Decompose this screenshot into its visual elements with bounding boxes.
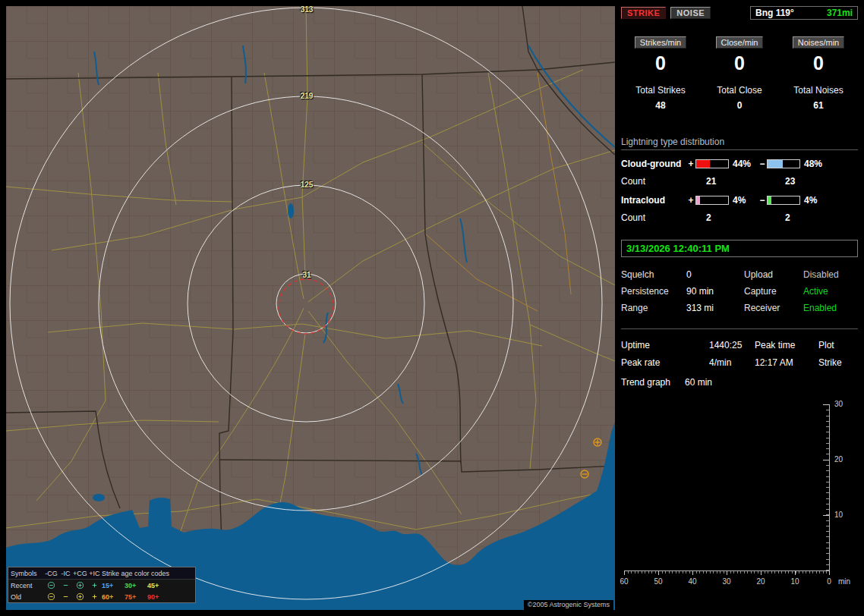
app-window: 313 219 125 31 Symbols -CG -IC +CG +IC S… [0, 0, 864, 616]
x-tick-label: 30 [722, 577, 730, 586]
count-label: Count [621, 212, 697, 223]
age-code-90: 90+ [147, 593, 170, 601]
bearing-label: Bng 119° [755, 8, 794, 18]
total-noises-label: Total Noises [779, 85, 858, 96]
plus-icon [87, 592, 102, 601]
y-axis [829, 404, 830, 570]
minus-icon [58, 581, 73, 589]
x-axis-unit: min [838, 577, 850, 586]
age-code-45: 45+ [147, 582, 170, 589]
close-per-min-button[interactable]: Close/min [716, 36, 764, 49]
bearing-display: Bng 119° 371mi [750, 6, 858, 20]
strike-button[interactable]: STRIKE [621, 7, 666, 19]
datetime-display: 3/13/2026 12:40:11 PM [621, 240, 858, 257]
upload-status: Disabled [803, 269, 858, 280]
x-tick-label: 60 [620, 577, 628, 586]
ic-negative-pct: 4% [804, 195, 829, 206]
total-close-label: Total Close [700, 85, 779, 96]
peak-time-label: Peak time [755, 340, 818, 350]
total-close: Total Close 0 [700, 85, 779, 111]
intracloud-row: Intracloud + 4% − 4% [621, 195, 858, 206]
map-panel[interactable]: 313 219 125 31 Symbols -CG -IC +CG +IC S… [6, 6, 615, 610]
x-tick-label: 50 [654, 577, 662, 586]
persistence-value: 90 min [686, 286, 744, 297]
total-close-value: 0 [700, 100, 779, 111]
x-tick-label: 10 [790, 577, 799, 586]
legend-row-label: Recent [11, 582, 44, 589]
ic-negative-bar [767, 196, 800, 205]
noise-button[interactable]: NOISE [670, 7, 711, 19]
circle-minus-icon [44, 581, 58, 589]
trend-graph-label: Trend graph [621, 377, 685, 388]
uptime-label: Uptime [621, 340, 709, 350]
uptime-value: 1440:25 [709, 340, 755, 350]
circle-plus-icon [73, 581, 87, 589]
range-label-313: 313 [301, 6, 314, 14]
legend-row-label: Old [11, 593, 44, 601]
legend-col-pos-ic: +IC [87, 570, 102, 577]
plus-sign: + [686, 159, 695, 169]
trend-graph-duration: 60 min [685, 377, 712, 388]
legend-old-row: Old 60+ 75+ 90+ [8, 591, 195, 602]
range-label-125: 125 [301, 181, 314, 189]
ic-positive-pct: 4% [733, 195, 758, 206]
minus-sign: − [758, 159, 767, 169]
ic-negative-count: 2 [776, 212, 858, 223]
distribution-title: Lightning type distribution [621, 137, 858, 150]
capture-label: Capture [744, 286, 803, 297]
total-noises-value: 61 [779, 100, 858, 111]
copyright-notice: ©2005 Astrogenic Systems [524, 600, 613, 610]
rate-noises: Noises/min 0 [779, 36, 858, 74]
strikes-per-min-value: 0 [621, 52, 700, 74]
total-noises: Total Noises 61 [779, 85, 858, 111]
minus-icon [58, 592, 73, 601]
y-tick-label: 30 [834, 401, 843, 408]
status-panel: STRIKE NOISE Bng 119° 371mi Strikes/min … [621, 6, 858, 610]
total-strikes: Total Strikes 48 [621, 85, 700, 111]
x-tick-label: 40 [688, 577, 696, 586]
range-label-219: 219 [301, 92, 314, 100]
bearing-distance: 371mi [827, 8, 853, 18]
persistence-label: Persistence [621, 286, 686, 297]
rate-strikes: Strikes/min 0 [621, 36, 700, 74]
cg-negative-pct: 48% [804, 159, 829, 169]
receiver-label: Receiver [744, 303, 803, 313]
peak-rate-label: Peak rate [621, 357, 709, 368]
legend-symbols-header: Symbols [11, 570, 44, 577]
y-tick-label: 10 [834, 511, 843, 519]
session-info-grid: Uptime 1440:25 Peak time Plot Peak rate … [621, 340, 858, 368]
totals-row: Total Strikes 48 Total Close 0 Total Noi… [621, 85, 858, 111]
age-code-60: 60+ [102, 593, 125, 601]
range-label: Range [621, 303, 686, 313]
upload-label: Upload [744, 269, 803, 280]
squelch-value: 0 [686, 269, 744, 280]
cloud-ground-row: Cloud-ground + 44% − 48% [621, 159, 858, 169]
trend-graph: 30 20 10 60 50 40 30 20 10 0 min [621, 400, 858, 591]
range-label-31: 31 [302, 271, 311, 279]
count-label: Count [621, 176, 697, 187]
squelch-label: Squelch [621, 269, 686, 280]
legend-col-neg-cg: -CG [44, 570, 58, 577]
legend-col-pos-cg: +CG [73, 570, 87, 577]
y-tick-label: 20 [834, 456, 843, 464]
legend-recent-row: Recent 15+ 30+ 45+ [8, 580, 195, 591]
capture-status: Active [803, 286, 858, 297]
total-strikes-label: Total Strikes [621, 85, 700, 96]
cloud-ground-count-row: Count 21 23 [621, 176, 858, 187]
plus-icon [87, 581, 102, 589]
map-legend: Symbols -CG -IC +CG +IC Strike age color… [8, 567, 196, 603]
total-strikes-value: 48 [621, 100, 700, 111]
strikes-per-min-button[interactable]: Strikes/min [635, 36, 686, 49]
age-code-75: 75+ [125, 593, 147, 601]
close-per-min-value: 0 [700, 52, 779, 74]
receiver-status: Enabled [803, 303, 858, 313]
cg-positive-bar [695, 159, 729, 168]
x-tick-label: 20 [756, 577, 765, 586]
cg-positive-count: 21 [697, 176, 776, 187]
divider [621, 328, 858, 329]
circle-plus-icon [73, 592, 87, 601]
cg-negative-bar [767, 159, 800, 168]
noises-per-min-button[interactable]: Noises/min [793, 36, 844, 49]
legend-col-neg-ic: -IC [58, 570, 73, 577]
peak-rate-value: 4/min [709, 357, 755, 368]
